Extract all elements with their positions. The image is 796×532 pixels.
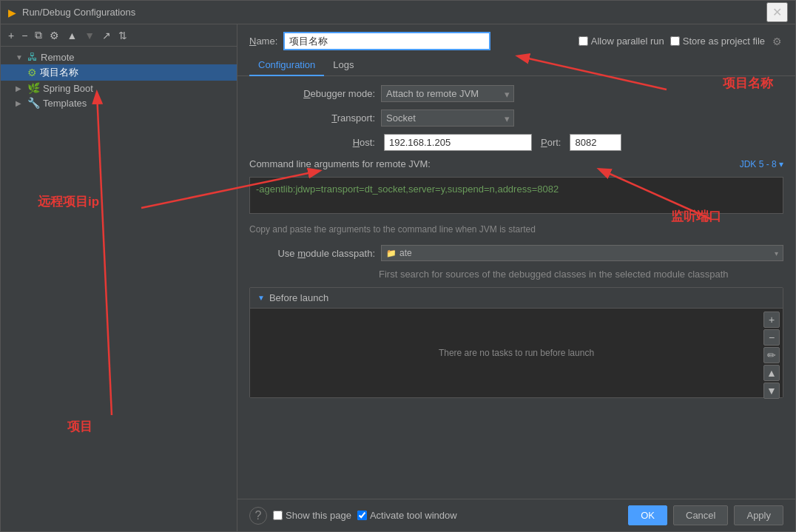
module-classpath-hint: First search for sources of the debugged… (249, 269, 783, 280)
allow-parallel-label: Allow parallel run (591, 36, 664, 47)
module-hint-text: First search for sources of the debugged… (379, 269, 729, 280)
run-debug-dialog: ▶ Run/Debug Configurations ✕ + − ⧉ ⚙ ▲ ▼… (0, 0, 796, 532)
tree-templates-label: Templates (43, 98, 87, 109)
module-select-container[interactable]: 📁 ate ▾ (381, 245, 783, 261)
allow-parallel-checkbox[interactable] (579, 36, 588, 46)
host-input[interactable] (384, 134, 532, 151)
module-classpath-row: Use module classpath: 📁 ate ▾ (249, 245, 783, 261)
dialog-icon: ▶ (8, 7, 16, 18)
tree-remote-label: Remote (41, 52, 75, 63)
remove-task-button[interactable]: − (763, 329, 780, 346)
move-up-task-button[interactable]: ▲ (763, 365, 780, 381)
tree-springboot-group[interactable]: ▶ 🌿 Spring Boot (1, 81, 237, 95)
module-dropdown-arrow: ▾ (775, 249, 778, 257)
bottom-bar-left: ? Show this page Activate tool window (249, 507, 457, 525)
jdk-version-link[interactable]: JDK 5 - 8 ▾ (740, 159, 783, 169)
remove-config-button[interactable]: − (18, 28, 30, 43)
bottom-bar: ? Show this page Activate tool window OK… (237, 499, 795, 531)
tree-project-label: 项目名称 (40, 66, 78, 79)
name-label: Name: (249, 36, 277, 47)
module-icon: 📁 (386, 249, 397, 258)
name-row: Name: Allow parallel run Store as projec… (237, 24, 795, 55)
before-launch-expand-arrow: ▼ (257, 294, 265, 302)
cancel-button[interactable]: Cancel (673, 505, 728, 525)
store-project-label: Store as project file (683, 36, 765, 47)
before-launch-content: There are no tasks to run before launch … (250, 309, 783, 397)
activate-window-checkbox-label[interactable]: Activate tool window (357, 510, 457, 521)
host-label: Host: (249, 137, 375, 148)
help-button[interactable]: ? (249, 507, 267, 525)
transport-label: Transport: (249, 112, 375, 124)
remote-icon: 🖧 (27, 51, 38, 63)
cmd-args-label: Command line arguments for remote JVM: (249, 158, 431, 169)
cmd-args-box: -agentlib:jdwp=transport=dt_socket,serve… (249, 177, 783, 214)
copy-config-button[interactable]: ⧉ (32, 27, 45, 43)
move-config-button[interactable]: ↗ (99, 28, 114, 43)
cmd-args-value: -agentlib:jdwp=transport=dt_socket,serve… (256, 183, 559, 195)
debugger-mode-select[interactable]: Attach to remote JVM (381, 85, 514, 102)
project-item-icon: ⚙ (27, 67, 37, 78)
apply-button[interactable]: Apply (734, 505, 783, 525)
show-page-label: Show this page (286, 510, 351, 521)
store-project-gear-button[interactable]: ⚙ (771, 34, 783, 49)
side-buttons-container: + − ✏ ▲ ▼ (760, 309, 783, 402)
down-config-button[interactable]: ▼ (81, 28, 98, 43)
cmd-args-hint: Copy and paste the arguments to the comm… (249, 221, 783, 238)
transport-row: Transport: Socket (249, 110, 783, 127)
tree-toolbar: + − ⧉ ⚙ ▲ ▼ ↗ ⇅ (1, 24, 237, 47)
before-launch-label: Before launch (269, 292, 328, 303)
tree-templates-group[interactable]: ▶ 🔧 Templates (1, 95, 237, 110)
tab-configuration[interactable]: Configuration (249, 55, 324, 76)
dialog-title: Run/Debug Configurations (22, 7, 760, 18)
config-tabs: Configuration Logs (237, 55, 795, 76)
store-project-checkbox[interactable] (670, 36, 680, 46)
tree-remote-group[interactable]: ▼ 🖧 Remote (1, 50, 237, 64)
spring-icon: 🌿 (27, 82, 40, 94)
tab-logs[interactable]: Logs (324, 55, 362, 76)
activate-window-label: Activate tool window (370, 510, 457, 521)
right-panel: Name: Allow parallel run Store as projec… (237, 24, 795, 531)
header-right: Allow parallel run Store as project file… (579, 34, 783, 49)
title-bar: ▶ Run/Debug Configurations ✕ (1, 1, 795, 24)
before-launch-header[interactable]: ▼ Before launch (250, 288, 783, 309)
store-project-checkbox-label[interactable]: Store as project file (670, 36, 765, 47)
template-icon: 🔧 (27, 97, 40, 109)
transport-select-wrapper: Socket (381, 110, 514, 127)
debugger-mode-row: Debugger mode: Attach to remote JVM (249, 85, 783, 102)
expand-arrow-templates: ▶ (16, 99, 24, 107)
show-page-checkbox-label[interactable]: Show this page (273, 510, 351, 521)
tree-springboot-label: Spring Boot (43, 83, 93, 94)
sort-config-button[interactable]: ⇅ (115, 28, 130, 43)
show-page-checkbox[interactable] (273, 511, 283, 520)
ok-button[interactable]: OK (628, 505, 667, 525)
expand-arrow-spring: ▶ (16, 84, 24, 92)
cmd-args-header: Command line arguments for remote JVM: J… (249, 158, 783, 169)
module-value: ate (399, 248, 772, 258)
debugger-mode-select-wrapper: Attach to remote JVM (381, 85, 514, 102)
up-config-button[interactable]: ▲ (64, 28, 80, 43)
allow-parallel-checkbox-label[interactable]: Allow parallel run (579, 36, 664, 47)
debugger-mode-label: Debugger mode: (249, 88, 375, 99)
close-button[interactable]: ✕ (766, 2, 788, 22)
before-launch-empty-text: There are no tasks to run before launch (439, 348, 594, 358)
activate-window-checkbox[interactable] (357, 511, 367, 520)
left-panel: + − ⧉ ⚙ ▲ ▼ ↗ ⇅ ▼ 🖧 Remote ⚙ 项目名称 (1, 24, 237, 531)
bottom-bar-right: OK Cancel Apply (628, 505, 783, 525)
module-classpath-label: Use module classpath: (249, 248, 375, 259)
host-port-row: Host: Port: (249, 134, 783, 151)
edit-task-button[interactable]: ✏ (763, 347, 780, 363)
tree-project-item[interactable]: ⚙ 项目名称 (1, 64, 237, 81)
expand-arrow-remote: ▼ (16, 53, 24, 61)
settings-config-button[interactable]: ⚙ (47, 28, 62, 43)
transport-select[interactable]: Socket (381, 110, 514, 127)
move-down-task-button[interactable]: ▼ (763, 383, 780, 399)
config-tree: ▼ 🖧 Remote ⚙ 项目名称 ▶ 🌿 Spring Boot ▶ (1, 47, 237, 531)
port-input[interactable] (570, 134, 621, 151)
port-label: Port: (541, 137, 561, 148)
add-config-button[interactable]: + (5, 28, 17, 43)
before-launch-section: ▼ Before launch There are no tasks to ru… (249, 287, 783, 398)
add-task-button[interactable]: + (763, 312, 780, 328)
config-area: Debugger mode: Attach to remote JVM Tran… (237, 76, 795, 499)
name-input[interactable] (283, 32, 490, 50)
content-area: + − ⧉ ⚙ ▲ ▼ ↗ ⇅ ▼ 🖧 Remote ⚙ 项目名称 (1, 24, 795, 531)
